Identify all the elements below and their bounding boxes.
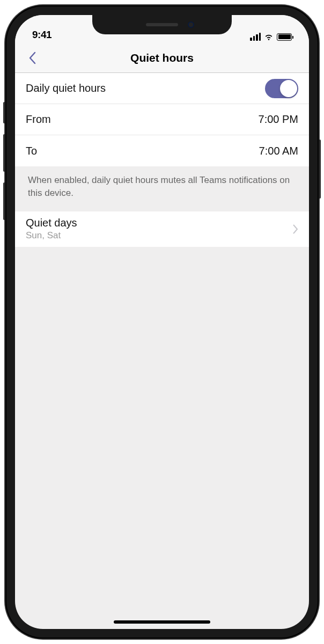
- daily-quiet-hours-label: Daily quiet hours: [26, 82, 106, 94]
- wifi-icon: [264, 33, 274, 41]
- home-indicator[interactable]: [114, 620, 210, 624]
- quiet-days-group: Quiet days Sun, Sat: [15, 211, 309, 247]
- from-label: From: [26, 113, 51, 126]
- chevron-right-icon: [293, 224, 298, 234]
- quiet-days-value: Sun, Sat: [26, 230, 293, 241]
- quiet-days-label: Quiet days: [26, 217, 293, 229]
- back-button[interactable]: [21, 47, 43, 69]
- nav-header: Quiet hours: [15, 43, 309, 73]
- daily-quiet-hours-group: Daily quiet hours From 7:00 PM To 7:00 A…: [15, 73, 309, 166]
- status-icons: [250, 33, 292, 41]
- daily-quiet-hours-description: When enabled, daily quiet hours mutes al…: [15, 166, 309, 211]
- cellular-signal-icon: [250, 33, 261, 41]
- notch: [92, 15, 232, 34]
- quiet-days-row[interactable]: Quiet days Sun, Sat: [15, 211, 309, 247]
- page-title: Quiet hours: [15, 52, 309, 64]
- to-time-row[interactable]: To 7:00 AM: [15, 135, 309, 166]
- to-value: 7:00 AM: [259, 145, 298, 157]
- daily-quiet-hours-toggle[interactable]: [265, 79, 298, 98]
- from-value: 7:00 PM: [259, 113, 298, 126]
- from-time-row[interactable]: From 7:00 PM: [15, 104, 309, 135]
- daily-quiet-hours-row: Daily quiet hours: [15, 73, 309, 104]
- phone-frame: 9:41 Quiet hours: [5, 5, 319, 639]
- to-label: To: [26, 145, 37, 157]
- chevron-left-icon: [28, 52, 36, 64]
- battery-icon: [277, 33, 292, 41]
- status-time: 9:41: [32, 29, 51, 41]
- screen: 9:41 Quiet hours: [15, 15, 309, 629]
